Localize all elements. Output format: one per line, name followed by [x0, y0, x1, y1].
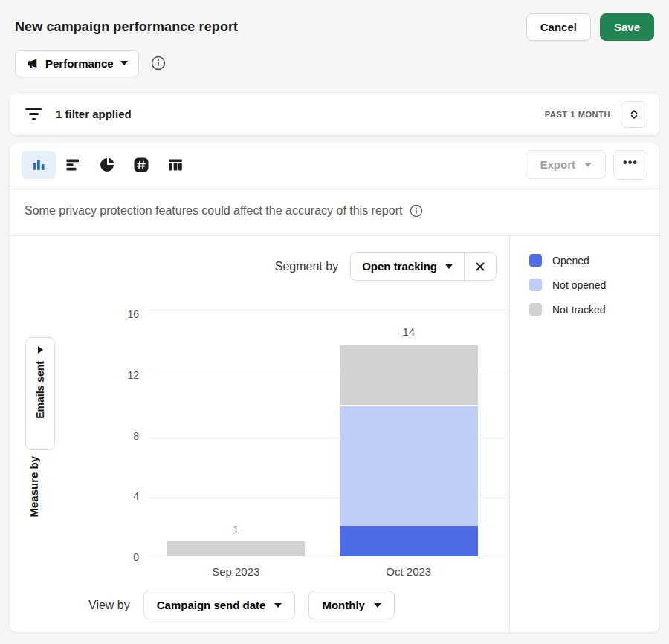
- chevron-down-icon: [445, 264, 453, 269]
- measure-axis-label: Emails sent: [34, 361, 46, 419]
- privacy-notice: Some privacy protection features could a…: [10, 186, 659, 236]
- legend: OpenedNot openedNot tracked: [509, 236, 659, 633]
- chevron-down-icon: [374, 603, 381, 608]
- metric-row: Performance: [0, 42, 669, 79]
- view-by-interval-dropdown[interactable]: Monthly: [308, 591, 395, 619]
- y-tick-label: 4: [109, 490, 139, 502]
- megaphone-icon: [26, 57, 39, 70]
- pie-chart-button[interactable]: [90, 151, 124, 179]
- legend-swatch: [529, 303, 542, 316]
- horizontal-bar-chart-icon: [64, 156, 82, 174]
- chevron-down-icon: [120, 61, 128, 65]
- header-actions: Cancel Save: [526, 13, 654, 41]
- bar-group: 1: [167, 313, 305, 556]
- date-range-label: PAST 1 MONTH: [545, 110, 610, 119]
- privacy-notice-text: Some privacy protection features could a…: [25, 204, 402, 218]
- y-tick-label: 0: [109, 551, 139, 563]
- report-card: Export ••• Some privacy protection featu…: [9, 143, 660, 633]
- legend-swatch: [529, 254, 542, 267]
- chart-area: Segment by Open tracking: [10, 236, 509, 633]
- legend-label: Opened: [552, 255, 589, 267]
- legend-item: Not opened: [529, 279, 659, 291]
- view-by-label: View by: [88, 599, 130, 612]
- chart-type-toolbar: Export •••: [10, 143, 659, 186]
- column-chart-button[interactable]: [22, 151, 56, 179]
- more-options-button[interactable]: •••: [613, 150, 647, 180]
- legend-item: Not tracked: [529, 303, 659, 316]
- table-view-button[interactable]: [158, 151, 193, 179]
- metric-dropdown-label: Performance: [45, 57, 114, 70]
- bar-group: 14: [340, 313, 478, 556]
- legend-item: Opened: [529, 254, 659, 267]
- measure-axis-button[interactable]: Emails sent: [25, 337, 55, 450]
- save-button[interactable]: Save: [600, 13, 654, 41]
- x-axis-label: Oct 2023: [340, 565, 478, 578]
- y-tick-label: 8: [109, 430, 139, 442]
- info-icon[interactable]: [151, 56, 166, 71]
- segment-by-label: Segment by: [275, 260, 338, 273]
- segment-by-dropdown[interactable]: Open tracking: [351, 253, 464, 280]
- legend-label: Not opened: [552, 279, 606, 291]
- horizontal-bar-chart-button[interactable]: [56, 151, 90, 179]
- export-button-label: Export: [540, 158, 575, 171]
- segment-by-row: Segment by Open tracking: [275, 252, 497, 281]
- info-icon[interactable]: [410, 204, 423, 218]
- page-header: New campaign performance report Cancel S…: [0, 0, 669, 42]
- toolbar-right: Export •••: [526, 150, 647, 180]
- number-sign-icon: [132, 156, 150, 174]
- legend-swatch: [529, 279, 542, 291]
- filter-count-label: 1 filter applied: [56, 108, 132, 120]
- y-tick-label: 16: [109, 308, 139, 320]
- export-button[interactable]: Export: [526, 150, 606, 179]
- pie-chart-icon: [98, 156, 116, 174]
- bar-total-label: 1: [167, 523, 305, 536]
- legend-label: Not tracked: [552, 304, 606, 316]
- report-builder-page: New campaign performance report Cancel S…: [0, 0, 669, 644]
- filter-right: PAST 1 MONTH: [545, 101, 647, 128]
- single-number-button[interactable]: [124, 151, 158, 179]
- filter-summary-bar[interactable]: 1 filter applied PAST 1 MONTH: [9, 92, 660, 136]
- view-by-dimension-dropdown[interactable]: Campaign send date: [143, 591, 296, 619]
- x-axis-label: Sep 2023: [167, 565, 305, 578]
- view-by-row: View by Campaign send date Monthly: [88, 591, 395, 619]
- chevron-down-icon: [584, 163, 592, 167]
- remove-segment-button[interactable]: [464, 253, 496, 280]
- page-title: New campaign performance report: [15, 19, 238, 35]
- plot-area: 04812161Sep 202314Oct 2023: [149, 313, 495, 556]
- bar-segment: [167, 541, 305, 556]
- view-by-dimension-value: Campaign send date: [157, 599, 266, 611]
- view-by-interval-value: Monthly: [322, 599, 365, 611]
- bar-total-label: 14: [340, 325, 478, 338]
- cancel-button[interactable]: Cancel: [526, 13, 591, 41]
- table-icon: [167, 156, 184, 174]
- chart-section: Segment by Open tracking: [10, 236, 659, 633]
- y-tick-label: 12: [109, 369, 139, 381]
- column-chart-icon: [30, 156, 48, 174]
- segment-by-control: Open tracking: [350, 252, 497, 281]
- segment-by-value: Open tracking: [362, 260, 437, 273]
- measure-by-rail-label: Measure by: [28, 456, 40, 518]
- metric-dropdown[interactable]: Performance: [15, 50, 139, 77]
- filter-lines-icon: [25, 108, 42, 120]
- date-range-toggle-button[interactable]: [621, 101, 647, 128]
- filter-left: 1 filter applied: [25, 108, 132, 120]
- chevron-up-down-icon: [628, 108, 640, 120]
- close-icon: [475, 261, 485, 272]
- bar-segment: [340, 344, 478, 405]
- bar-segment: [340, 405, 478, 527]
- triangle-right-icon: [38, 346, 43, 354]
- chevron-down-icon: [274, 603, 282, 608]
- bar-segment: [340, 526, 478, 556]
